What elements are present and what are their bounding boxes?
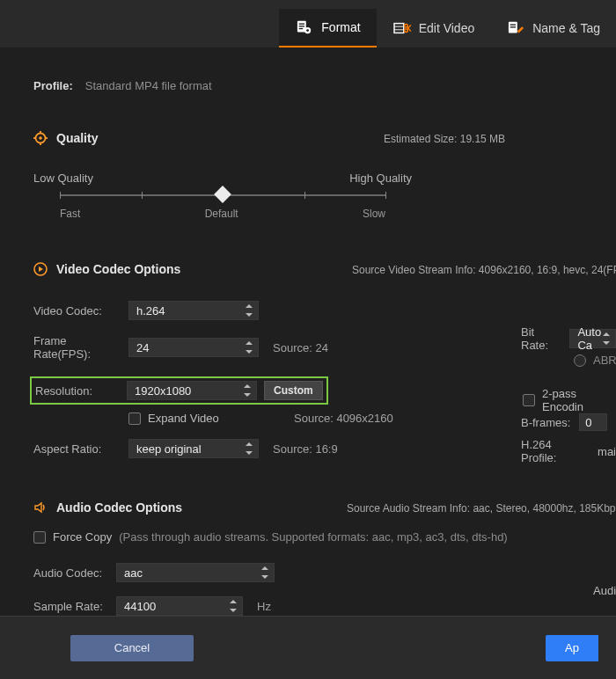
gear-icon bbox=[33, 131, 48, 145]
quality-slider-area: Low Quality High Quality Fast Default Sl… bbox=[33, 172, 412, 220]
two-pass-checkbox[interactable] bbox=[523, 394, 535, 406]
resolution-source: Source: 4096x2160 bbox=[294, 412, 393, 425]
high-quality-label: High Quality bbox=[349, 172, 412, 185]
tab-name-tag[interactable]: Name & Tag bbox=[490, 9, 616, 47]
video-codec-title: Video Codec Options bbox=[56, 262, 180, 276]
video-codec-label: Video Codec: bbox=[33, 304, 120, 318]
two-pass-label: 2-pass Encodin bbox=[542, 387, 616, 413]
tab-label: Edit Video bbox=[419, 21, 475, 35]
profile-value: Standard MP4 file format bbox=[85, 79, 212, 92]
framerate-label: Frame Rate(FPS): bbox=[33, 334, 120, 361]
document-gear-icon bbox=[295, 19, 314, 35]
resolution-select[interactable]: 1920x1080 bbox=[127, 381, 257, 400]
custom-button[interactable]: Custom bbox=[264, 381, 323, 400]
aspect-select[interactable]: keep original bbox=[128, 439, 259, 458]
cancel-button[interactable]: Cancel bbox=[70, 635, 194, 661]
audio-codec-label: Audio Codec: bbox=[33, 566, 107, 580]
content-area: Profile: Standard MP4 file format Qualit… bbox=[0, 55, 616, 616]
video-source-info: Source Video Stream Info: 4096x2160, 16:… bbox=[352, 264, 616, 276]
framerate-select[interactable]: 24 bbox=[128, 338, 259, 357]
audio-codec-title: Audio Codec Options bbox=[56, 500, 182, 515]
resolution-label: Resolution: bbox=[35, 384, 120, 398]
video-codec-select[interactable]: h.264 bbox=[128, 301, 259, 320]
play-circle-icon bbox=[33, 262, 48, 276]
video-codec-header: Video Codec Options Source Video Stream … bbox=[33, 262, 616, 276]
quality-slider[interactable] bbox=[60, 192, 385, 199]
bitrate-label: Bit Rate: bbox=[521, 325, 561, 352]
speaker-icon bbox=[33, 500, 48, 515]
tab-edit-video[interactable]: Edit Video bbox=[377, 9, 491, 47]
default-label: Default bbox=[205, 208, 238, 220]
svg-rect-6 bbox=[394, 24, 404, 33]
samplerate-select[interactable]: 44100 bbox=[116, 596, 243, 616]
low-quality-label: Low Quality bbox=[33, 172, 93, 185]
svg-rect-3 bbox=[299, 28, 304, 29]
profile-label: Profile: bbox=[33, 79, 73, 92]
h264-profile-value: mai bbox=[598, 445, 616, 458]
svg-point-17 bbox=[39, 136, 42, 140]
tab-label: Name & Tag bbox=[532, 21, 600, 35]
expand-video-checkbox[interactable] bbox=[128, 413, 141, 425]
tab-bar: Format Edit Video Name & Tag bbox=[0, 0, 616, 47]
resolution-highlight: Resolution: 1920x1080 Custom bbox=[30, 376, 328, 405]
audio-right-label: Audio bbox=[593, 584, 616, 597]
quality-title: Quality bbox=[56, 131, 98, 145]
footer: Cancel Ap bbox=[0, 616, 616, 679]
audio-source-info: Source Audio Stream Info: aac, Stereo, 4… bbox=[347, 502, 616, 515]
force-copy-hint: (Pass through audio streams. Supported f… bbox=[119, 530, 508, 544]
expand-video-label: Expand Video bbox=[148, 412, 219, 425]
force-copy-label: Force Copy bbox=[53, 530, 112, 544]
force-copy-checkbox[interactable] bbox=[33, 531, 46, 544]
audio-codec-select[interactable]: aac bbox=[116, 563, 275, 582]
samplerate-label: Sample Rate: bbox=[33, 600, 107, 613]
h264-profile-label: H.264 Profile: bbox=[521, 438, 589, 464]
svg-rect-14 bbox=[510, 25, 516, 26]
framerate-source: Source: 24 bbox=[273, 341, 328, 354]
slider-handle[interactable] bbox=[214, 186, 231, 203]
aspect-label: Aspect Ratio: bbox=[33, 442, 120, 456]
profile-row: Profile: Standard MP4 file format bbox=[33, 79, 616, 92]
tab-format[interactable]: Format bbox=[279, 9, 376, 47]
samplerate-unit: Hz bbox=[257, 600, 271, 613]
document-pencil-icon bbox=[506, 20, 525, 36]
slow-label: Slow bbox=[363, 208, 385, 220]
estimated-size: Estimated Size: 19.15 MB bbox=[384, 133, 505, 145]
bframes-input[interactable]: 0 bbox=[579, 413, 607, 431]
bitrate-select[interactable]: Auto Ca bbox=[569, 329, 616, 348]
tab-label: Format bbox=[321, 20, 360, 34]
fast-label: Fast bbox=[60, 208, 80, 220]
svg-rect-1 bbox=[299, 24, 304, 25]
aspect-source: Source: 16:9 bbox=[273, 442, 338, 456]
abr-radio[interactable] bbox=[574, 354, 586, 367]
svg-rect-15 bbox=[510, 26, 516, 27]
quality-header: Quality Estimated Size: 19.15 MB bbox=[33, 131, 616, 145]
bframes-label: B-frames: bbox=[521, 416, 570, 429]
abr-label: ABR bbox=[593, 354, 616, 367]
svg-rect-2 bbox=[299, 26, 304, 26]
audio-codec-header: Audio Codec Options Source Audio Stream … bbox=[33, 500, 616, 515]
svg-point-5 bbox=[306, 29, 309, 32]
film-scissors-icon bbox=[392, 20, 412, 36]
apply-button[interactable]: Ap bbox=[546, 635, 598, 661]
